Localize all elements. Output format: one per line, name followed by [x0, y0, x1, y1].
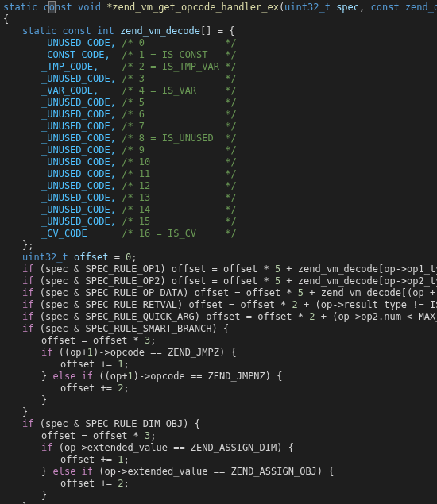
code-line: _UNUSED_CODE, /* 12 */ [0, 180, 437, 192]
code-line: offset += 2; [0, 383, 437, 394]
code-line: { [0, 13, 437, 25]
code-line: } else if ((op+1)->opcode == ZEND_JMPNZ)… [0, 371, 437, 383]
code-line: _UNUSED_CODE, /* 11 */ [0, 168, 437, 180]
code-line: static const void *zend_vm_get_opcode_ha… [0, 2, 437, 13]
code-line: _UNUSED_CODE, /* 7 */ [0, 121, 437, 133]
code-line: if (spec & SPEC_RULE_QUICK_ARG) offset =… [0, 311, 437, 323]
code-line: _TMP_CODE, /* 2 = IS_TMP_VAR */ [0, 61, 437, 73]
code-line: } [0, 406, 437, 418]
code-line: offset += 1; [0, 454, 437, 466]
code-line: if (spec & SPEC_RULE_RETVAL) offset = of… [0, 299, 437, 311]
code-line: _CONST_CODE, /* 1 = IS_CONST */ [0, 49, 437, 61]
code-line: uint32_t offset = 0; [0, 252, 437, 264]
code-line: if (spec & SPEC_RULE_OP_DATA) offset = o… [0, 287, 437, 299]
code-line: }; [0, 240, 437, 252]
code-line: offset = offset * 3; [0, 430, 437, 442]
code-line: if (op->extended_value == ZEND_ASSIGN_DI… [0, 442, 437, 454]
code-line: static const int zend_vm_decode[] = { [0, 25, 437, 37]
code-line: offset += 1; [0, 359, 437, 371]
code-line: _UNUSED_CODE, /* 0 */ [0, 37, 437, 49]
code-line: _UNUSED_CODE, /* 10 */ [0, 156, 437, 168]
code-line: _UNUSED_CODE, /* 13 */ [0, 192, 437, 204]
code-line: _CV_CODE /* 16 = IS_CV */ [0, 228, 437, 240]
code-line: if (spec & SPEC_RULE_OP1) offset = offse… [0, 264, 437, 275]
code-line: } [0, 490, 437, 502]
code-line: offset = offset * 3; [0, 335, 437, 347]
code-line: _UNUSED_CODE, /* 15 */ [0, 216, 437, 228]
code-line: offset += 2; [0, 478, 437, 490]
code-line: if (spec & SPEC_RULE_SMART_BRANCH) { [0, 323, 437, 335]
code-line: _UNUSED_CODE, /* 9 */ [0, 144, 437, 156]
code-line: if (spec & SPEC_RULE_OP2) offset = offse… [0, 275, 437, 287]
code-line: _UNUSED_CODE, /* 8 = IS_UNUSED */ [0, 133, 437, 144]
code-line: _UNUSED_CODE, /* 14 */ [0, 204, 437, 216]
code-line: } else if (op->extended_value == ZEND_AS… [0, 466, 437, 478]
code-line: _UNUSED_CODE, /* 6 */ [0, 109, 437, 121]
code-line: _VAR_CODE, /* 4 = IS_VAR */ [0, 85, 437, 97]
code-line: _UNUSED_CODE, /* 5 */ [0, 97, 437, 109]
code-line: if ((op+1)->opcode == ZEND_JMPZ) { [0, 347, 437, 359]
code-line: } [0, 394, 437, 406]
code-line: if (spec & SPEC_RULE_DIM_OBJ) { [0, 418, 437, 430]
code-line: _UNUSED_CODE, /* 3 */ [0, 73, 437, 85]
code-editor[interactable]: static const void *zend_vm_get_opcode_ha… [0, 2, 437, 504]
